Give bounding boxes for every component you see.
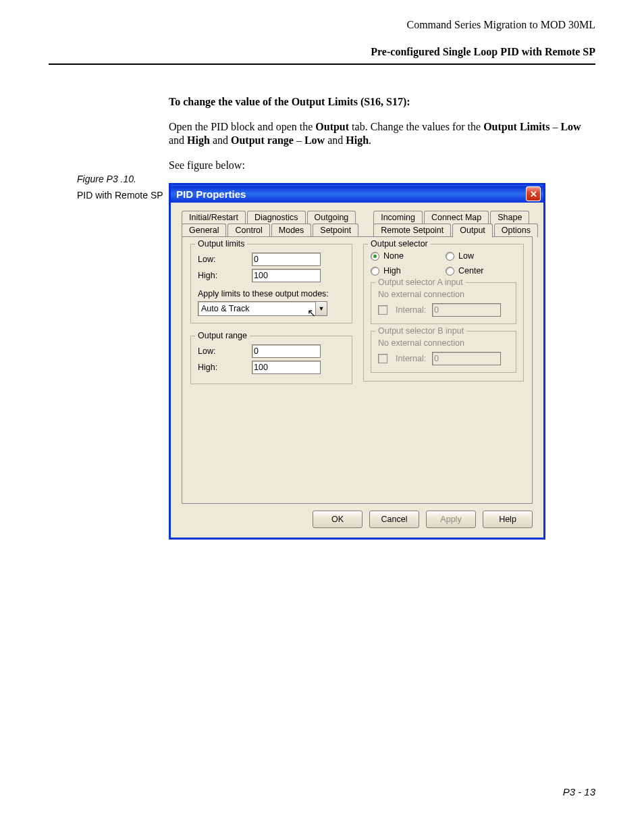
tab-outgoing[interactable]: Outgoing — [307, 211, 356, 224]
body-paragraph: Open the PID block and open the Output t… — [169, 120, 595, 148]
tab-control[interactable]: Control — [227, 224, 269, 237]
label-limits-low: Low: — [198, 255, 246, 264]
tab-setpoint[interactable]: Setpoint — [313, 224, 358, 237]
ok-button[interactable]: OK — [313, 511, 363, 528]
doc-section-header: Pre-configured Single Loop PID with Remo… — [49, 46, 595, 62]
figure-caption: Figure P3 .10. PID with Remote SP — [77, 173, 165, 201]
titlebar-text: PID Properties — [176, 188, 246, 200]
label-a-internal: Internal: — [396, 305, 428, 315]
label-range-low: Low: — [198, 346, 246, 356]
pid-properties-dialog: PID Properties ✕ Initial/Restart Diagnos… — [169, 183, 545, 540]
body-see-below: See figure below: — [169, 159, 595, 172]
tab-remote-setpoint[interactable]: Remote Setpoint — [373, 224, 451, 237]
close-button[interactable]: ✕ — [526, 186, 541, 201]
radio-selector-none[interactable]: None — [371, 251, 441, 261]
header-rule — [49, 63, 595, 65]
fieldset-selector-b-input: Output selector B input No external conn… — [371, 331, 516, 373]
checkbox-b-internal — [378, 354, 387, 363]
radio-dot-icon — [373, 255, 377, 258]
label-limits-high: High: — [198, 271, 246, 280]
help-button[interactable]: Help — [483, 511, 533, 528]
input-range-high[interactable] — [252, 361, 321, 374]
tab-panel-output: Output limits Low: High: Apply limits to… — [182, 236, 533, 504]
label-a-noext: No external connection — [378, 290, 509, 299]
fieldset-output-limits: Output limits Low: High: Apply limits to… — [190, 244, 352, 323]
fieldset-output-selector: Output selector None Low — [363, 244, 524, 382]
tab-connect-map[interactable]: Connect Map — [424, 211, 489, 224]
legend-output-limits: Output limits — [195, 239, 247, 249]
tab-modes[interactable]: Modes — [271, 224, 312, 237]
chevron-down-icon[interactable]: ▼ — [315, 302, 327, 315]
legend-output-selector: Output selector — [368, 239, 431, 249]
input-b-internal — [432, 352, 501, 365]
legend-selector-a: Output selector A input — [375, 278, 466, 287]
input-limits-high[interactable] — [252, 269, 321, 282]
titlebar[interactable]: PID Properties ✕ — [171, 185, 543, 203]
legend-selector-b: Output selector B input — [375, 326, 466, 336]
figure-number: Figure P3 .10. — [77, 173, 165, 185]
input-a-internal — [432, 303, 501, 317]
figure-title: PID with Remote SP — [77, 189, 165, 201]
label-b-noext: No external connection — [378, 338, 509, 348]
radio-selector-high[interactable]: High — [371, 266, 441, 276]
tab-general[interactable]: General — [182, 224, 226, 237]
cancel-button[interactable]: Cancel — [369, 511, 419, 528]
input-range-low[interactable] — [252, 344, 321, 358]
fieldset-selector-a-input: Output selector A input No external conn… — [371, 282, 516, 324]
tab-output[interactable]: Output — [452, 224, 493, 238]
combo-apply-limits[interactable]: Auto & Track ▼ — [198, 301, 327, 316]
tab-diagnostics[interactable]: Diagnostics — [247, 211, 306, 224]
page-number: P3 - 13 — [563, 786, 595, 798]
radio-selector-center[interactable]: Center — [446, 266, 516, 276]
checkbox-a-internal — [378, 305, 387, 315]
body-heading: To change the value of the Output Limits… — [169, 96, 595, 108]
radio-selector-low[interactable]: Low — [446, 251, 516, 261]
legend-output-range: Output range — [195, 331, 250, 340]
close-icon: ✕ — [530, 189, 537, 199]
combo-apply-limits-value: Auto & Track — [198, 304, 315, 313]
label-range-high: High: — [198, 363, 246, 372]
label-apply-limits: Apply limits to these output modes: — [198, 289, 345, 298]
apply-button[interactable]: Apply — [426, 511, 476, 528]
label-b-internal: Internal: — [396, 354, 428, 363]
doc-running-header: Command Series Migration to MOD 30ML — [49, 19, 595, 31]
input-limits-low[interactable] — [252, 253, 321, 266]
tab-shape[interactable]: Shape — [490, 211, 529, 224]
tab-incoming[interactable]: Incoming — [373, 211, 423, 224]
tab-options[interactable]: Options — [494, 224, 538, 237]
tab-initial-restart[interactable]: Initial/Restart — [182, 211, 246, 224]
fieldset-output-range: Output range Low: High: — [190, 336, 352, 384]
